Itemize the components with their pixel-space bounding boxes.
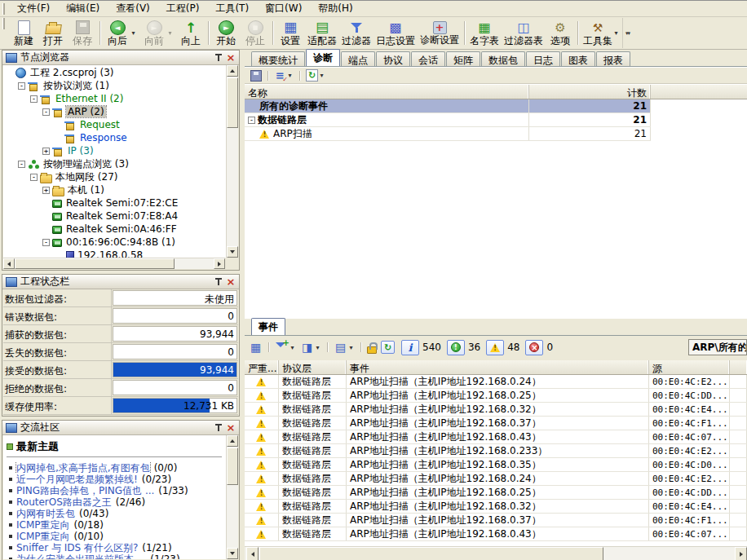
tree-expander-minus-icon[interactable]: - xyxy=(42,108,50,116)
log-settings-button[interactable]: 日志设置 xyxy=(374,18,418,48)
event-row[interactable]: 数据链路层ARP地址扫描（主机IP地址192.168.0.35）00:E0:4C… xyxy=(245,458,747,472)
notice-toggle-button[interactable] xyxy=(447,340,465,355)
tree-expander-plus-icon[interactable]: + xyxy=(42,187,50,194)
column-header-name[interactable]: 名称 xyxy=(245,85,529,99)
event-row[interactable]: 数据链路层ARP地址扫描（主机IP地址192.168.0.233）00:E0:4… xyxy=(245,444,747,458)
dropdown-caret-icon[interactable] xyxy=(166,29,174,37)
tree-node[interactable]: Request xyxy=(3,118,225,131)
filter-button[interactable]: 过滤器 xyxy=(339,18,374,48)
scroll-left-icon[interactable] xyxy=(3,258,15,269)
new-button[interactable]: 新建 xyxy=(9,18,38,48)
tree-expander-minus-icon[interactable]: - xyxy=(248,117,255,124)
scroll-down-icon[interactable] xyxy=(227,548,238,559)
tab-logs[interactable]: 日志 xyxy=(526,51,560,66)
tree-node[interactable]: Response xyxy=(3,131,225,144)
adapter-button[interactable]: 适配器 xyxy=(305,18,339,48)
forum-topic[interactable]: 内网掉包,求高手指点,有图有包(0/0) xyxy=(7,462,223,474)
diagnosis-row[interactable]: 所有的诊断事件21 xyxy=(245,99,651,113)
tab-packets[interactable]: 数据包 xyxy=(481,51,525,66)
menu-project[interactable]: 工程(P) xyxy=(158,0,208,17)
tree-expander-minus-icon[interactable]: - xyxy=(42,239,50,246)
forum-topic[interactable]: PING路由会掉包，PING值也 ...(1/33) xyxy=(7,485,223,496)
scrollbar-thumb[interactable] xyxy=(15,258,175,269)
tree-node[interactable]: Realtek Semi:07:E8:A4 xyxy=(3,209,225,223)
topic-link[interactable]: 内网掉包,求高手指点,有图有包 xyxy=(16,462,150,474)
topic-link[interactable]: 为什么安装会出现当前版本 ... xyxy=(16,553,146,559)
event-row[interactable]: 数据链路层ARP地址扫描（主机IP地址192.168.0.37）00:E0:4C… xyxy=(245,417,747,430)
start-button[interactable]: 开始 xyxy=(211,18,241,48)
tree-node[interactable]: 工程 2.cscproj (3) xyxy=(3,66,225,79)
event-row[interactable]: 数据链路层ARP地址扫描（主机IP地址192.168.0.25）00:E0:4C… xyxy=(245,389,747,403)
event-row[interactable]: 数据链路层ARP地址扫描（主机IP地址192.168.0.24）00:E0:4C… xyxy=(245,375,747,389)
toolset-button[interactable]: 工具集 xyxy=(581,18,622,48)
scrollbar-thumb[interactable] xyxy=(227,448,238,485)
scroll-right-icon[interactable] xyxy=(735,547,747,560)
event-row[interactable]: 数据链路层ARP地址扫描（主机IP地址192.168.0.43）00:E0:4C… xyxy=(245,527,747,541)
event-row[interactable]: 数据链路层ARP地址扫描（主机IP地址192.168.0.37）00:E0:4C… xyxy=(245,514,747,527)
column-header-event[interactable]: 事件 xyxy=(347,360,649,374)
tree-expander-minus-icon[interactable]: - xyxy=(30,95,38,103)
filter-table-button[interactable]: 过滤器表 xyxy=(502,18,546,48)
tab-endpoints[interactable]: 端点 xyxy=(341,51,375,66)
dropdown-caret-icon[interactable] xyxy=(318,72,325,79)
menu-help[interactable]: 帮助(H) xyxy=(310,0,360,17)
vertical-scrollbar[interactable] xyxy=(226,65,238,258)
tab-conversations[interactable]: 会话 xyxy=(411,51,445,66)
close-icon[interactable] xyxy=(226,52,236,64)
dropdown-caret-icon[interactable] xyxy=(130,29,137,37)
forum-topic[interactable]: 近一个月网吧老是频繁掉线!(0/23) xyxy=(7,474,223,485)
menu-tools[interactable]: 工具(T) xyxy=(207,0,257,17)
tree-node[interactable]: 192.168.0.58 xyxy=(3,249,225,258)
tab-matrix[interactable]: 矩阵 xyxy=(446,51,480,66)
forum-topic[interactable]: 内网有时丢包(0/43) xyxy=(7,508,223,519)
tab-reports[interactable]: 报表 xyxy=(596,51,630,66)
refresh-button[interactable] xyxy=(380,340,396,355)
column-header-count[interactable]: 计数 xyxy=(529,85,651,99)
export-button[interactable] xyxy=(248,340,263,355)
menu-view[interactable]: 查看(V) xyxy=(108,0,158,17)
lock-button[interactable] xyxy=(366,341,378,355)
scroll-up-icon[interactable] xyxy=(227,435,238,447)
pin-icon[interactable] xyxy=(214,277,223,286)
tree-node[interactable]: -ARP (2) xyxy=(3,105,225,118)
topic-link[interactable]: Sniffer 与 IDS 有什么区别? xyxy=(16,542,138,553)
forum-topic[interactable]: RouterOS路由器之王(2/46) xyxy=(7,496,223,508)
topic-link[interactable]: RouterOS路由器之王 xyxy=(16,496,112,508)
tree-node[interactable]: +IP (3) xyxy=(3,144,225,157)
scroll-up-icon[interactable] xyxy=(227,65,238,77)
topic-link[interactable]: PING路由会掉包，PING值也 ... xyxy=(16,485,154,496)
tree-expander-minus-icon[interactable]: - xyxy=(18,161,25,168)
options-button[interactable]: 选项 xyxy=(546,18,575,48)
tree-node[interactable]: Realtek Semi:0A:46:FF xyxy=(3,223,225,236)
tree-node[interactable]: -按物理端点浏览 (3) xyxy=(3,157,225,170)
scroll-left-icon[interactable] xyxy=(246,547,259,560)
event-filter-label[interactable]: ARP\所有的 xyxy=(688,339,747,355)
tree-node[interactable]: +本机 (1) xyxy=(3,183,225,196)
tab-events[interactable]: 事件 xyxy=(251,318,285,335)
refresh-button[interactable] xyxy=(304,68,327,82)
event-row[interactable]: 数据链路层ARP地址扫描（主机IP地址192.168.0.24）00:E0:4C… xyxy=(245,472,747,486)
dropdown-caret-icon[interactable] xyxy=(289,344,296,351)
forum-topic[interactable]: ICMP重定向(0/10) xyxy=(7,531,223,542)
info-toggle-button[interactable] xyxy=(401,340,419,355)
menu-window[interactable]: 窗口(W) xyxy=(257,0,310,17)
open-button[interactable]: 打开 xyxy=(38,18,68,48)
forum-topic[interactable]: 为什么安装会出现当前版本 ...(1/23) xyxy=(7,553,223,559)
tree-node[interactable]: -Ethernet II (2) xyxy=(3,92,225,105)
send-packet-button[interactable] xyxy=(299,340,322,355)
tree-node[interactable]: -00:16:96:0C:94:8B (1) xyxy=(3,236,225,249)
back-button[interactable]: 向后 xyxy=(103,18,139,48)
scroll-down-icon[interactable] xyxy=(227,246,238,258)
pin-icon[interactable] xyxy=(214,423,223,432)
tab-charts[interactable]: 图表 xyxy=(561,51,595,66)
close-icon[interactable] xyxy=(226,422,236,434)
dropdown-caret-icon[interactable] xyxy=(347,344,355,351)
horizontal-scrollbar[interactable] xyxy=(245,546,747,560)
pin-icon[interactable] xyxy=(214,53,223,62)
vertical-scrollbar[interactable] xyxy=(226,435,238,559)
scrollbar-thumb[interactable] xyxy=(259,547,603,560)
dropdown-caret-icon[interactable] xyxy=(612,29,620,37)
topic-link[interactable]: ICMP重定向 xyxy=(16,519,70,531)
error-toggle-button[interactable] xyxy=(525,340,543,355)
forum-topic[interactable]: Sniffer 与 IDS 有什么区别?(1/21) xyxy=(7,542,223,553)
